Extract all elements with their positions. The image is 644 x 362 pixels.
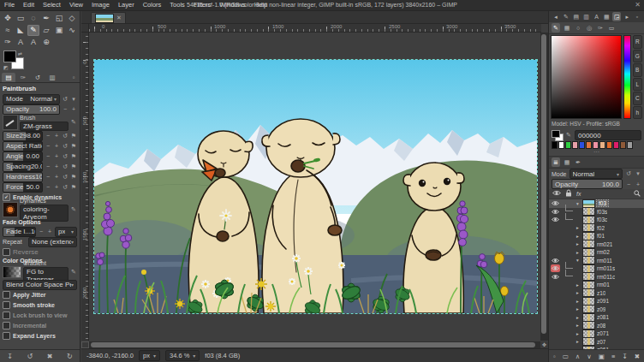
dock-menu-button[interactable]: ▫ bbox=[633, 12, 641, 21]
window-close-icon[interactable]: ✕ bbox=[635, 0, 641, 10]
scrollbar-thumb[interactable] bbox=[91, 342, 535, 347]
color-edit-icon[interactable]: ✎ bbox=[565, 132, 572, 139]
increment-button[interactable]: + bbox=[53, 174, 60, 180]
horizontal-ruler[interactable]: 0500100015002000250030003500 bbox=[89, 24, 541, 33]
expander-icon[interactable]: ▸ bbox=[575, 339, 581, 344]
expander-icon[interactable]: ▸ bbox=[575, 331, 581, 336]
layer-thumbnail[interactable] bbox=[582, 207, 595, 216]
zoom-dropdown[interactable]: 34.6 % ▾ bbox=[165, 350, 200, 361]
tool-clone[interactable]: ▣ bbox=[53, 25, 65, 36]
visibility-toggle[interactable] bbox=[551, 240, 560, 248]
increment-button[interactable]: + bbox=[53, 133, 60, 139]
lock-icon[interactable] bbox=[565, 189, 572, 199]
expander-icon[interactable]: ▾ bbox=[575, 258, 581, 263]
pin-icon[interactable]: ⚑ bbox=[70, 133, 77, 139]
color-tab-rings[interactable]: ◎ bbox=[585, 23, 593, 33]
palette-swatch[interactable] bbox=[565, 141, 571, 149]
layer-thumbnail[interactable] bbox=[582, 223, 595, 232]
layer-thumbnail[interactable] bbox=[582, 321, 595, 329]
layer-thumbnail[interactable] bbox=[582, 297, 595, 306]
layer-mode-dropdown[interactable]: Normal ▾ bbox=[569, 169, 623, 179]
layer-thumbnail[interactable] bbox=[582, 313, 595, 322]
mode-switch-icon[interactable]: ▾ bbox=[70, 96, 77, 103]
increment-button[interactable]: + bbox=[70, 106, 77, 112]
hue-strip[interactable] bbox=[623, 35, 631, 119]
navigation-button[interactable]: ✥ bbox=[540, 341, 548, 348]
canvas-viewport[interactable] bbox=[89, 33, 540, 341]
increment-button[interactable]: + bbox=[53, 163, 60, 169]
tool-crop[interactable]: ◱ bbox=[53, 13, 65, 24]
tab-channels[interactable]: ▦ bbox=[563, 157, 571, 167]
color-tab-ink[interactable]: ✑ bbox=[596, 23, 605, 33]
dynamics-thumbnail[interactable] bbox=[3, 202, 18, 217]
tool-warp[interactable]: ≈ bbox=[2, 25, 14, 36]
visibility-toggle[interactable] bbox=[551, 216, 560, 223]
pin-icon[interactable]: ⚑ bbox=[70, 143, 77, 150]
tool-ink[interactable]: ✑ bbox=[2, 37, 14, 48]
horizontal-scrollbar[interactable] bbox=[89, 341, 540, 348]
palette-swatch[interactable] bbox=[627, 141, 633, 149]
layer-thumbnail[interactable] bbox=[582, 288, 595, 297]
layer-row[interactable]: ▸ f02 bbox=[549, 224, 644, 233]
layer-row[interactable]: ▸ z08 bbox=[549, 322, 644, 330]
visibility-toggle[interactable] bbox=[551, 224, 560, 232]
channel-button[interactable]: h bbox=[633, 106, 642, 120]
layer-row[interactable]: ▸ rm02 bbox=[549, 248, 644, 257]
layer-thumbnail[interactable] bbox=[582, 337, 595, 346]
force-slider[interactable]: Force 50.0 bbox=[3, 182, 43, 193]
menu-item[interactable]: Layer bbox=[114, 0, 139, 10]
brush-edit-icon[interactable]: ✎ bbox=[70, 119, 77, 126]
increment-button[interactable]: + bbox=[635, 181, 641, 187]
palette-swatch[interactable] bbox=[606, 141, 612, 149]
increment-button[interactable]: + bbox=[53, 184, 60, 190]
option-checkbox[interactable]: Smooth stroke bbox=[3, 300, 77, 309]
layer-row[interactable]: ▸ rm021 bbox=[549, 240, 644, 249]
option-checkbox[interactable]: Lock brush to view bbox=[3, 311, 77, 319]
size-slider[interactable]: Size 298.00 bbox=[3, 131, 43, 141]
layer-thumbnail[interactable] bbox=[582, 256, 595, 264]
reset-icon[interactable]: ↺ bbox=[62, 163, 69, 170]
search-icon[interactable] bbox=[634, 190, 641, 199]
tool-text[interactable]: A bbox=[15, 37, 27, 48]
palette-swatch[interactable] bbox=[558, 141, 564, 149]
save-preset-button[interactable]: ↧ bbox=[7, 353, 13, 360]
layer-row[interactable]: f03s bbox=[549, 208, 644, 217]
decrement-button[interactable]: − bbox=[45, 143, 51, 149]
dock-tab-layers[interactable]: ▤ bbox=[572, 12, 581, 21]
vertical-ruler[interactable]: 0500100015002000 bbox=[81, 33, 89, 341]
raise-layer-button[interactable]: ∧ bbox=[575, 353, 581, 360]
palette-swatch[interactable] bbox=[620, 141, 626, 149]
close-icon[interactable]: ✕ bbox=[116, 15, 122, 21]
pin-icon[interactable]: ⚑ bbox=[70, 153, 77, 160]
tool-bucket-fill[interactable]: ◣ bbox=[15, 25, 27, 36]
tool-move[interactable]: ✥ bbox=[2, 13, 14, 24]
layer-opacity-slider[interactable]: Opacity 100.0 bbox=[552, 179, 623, 189]
option-checkbox[interactable]: Incremental bbox=[3, 321, 77, 329]
layer-thumbnail[interactable] bbox=[582, 232, 595, 240]
menu-item[interactable]: View bbox=[65, 0, 87, 10]
gradient-thumbnail[interactable] bbox=[3, 266, 21, 278]
default-colors-icon[interactable]: ◩ bbox=[3, 64, 9, 70]
visibility-toggle[interactable] bbox=[551, 329, 560, 337]
channel-button[interactable]: R bbox=[633, 35, 642, 49]
layer-thumbnail[interactable] bbox=[582, 264, 595, 273]
expander-icon[interactable]: ▸ bbox=[575, 282, 581, 288]
visibility-toggle[interactable] bbox=[551, 248, 560, 256]
foreground-color-swatch[interactable] bbox=[3, 50, 16, 62]
scrollbar-thumb[interactable] bbox=[541, 34, 546, 334]
channel-button[interactable]: C bbox=[633, 92, 642, 105]
dock-tab-brushes[interactable]: ✎ bbox=[562, 12, 570, 21]
spacing-slider[interactable]: Spacing 20.0 bbox=[3, 162, 43, 172]
canvas-image[interactable] bbox=[94, 60, 537, 313]
repeat-dropdown[interactable]: None (extend) ▾ bbox=[28, 237, 77, 247]
reset-icon[interactable]: ↺ bbox=[62, 174, 69, 181]
reset-icon[interactable]: ↺ bbox=[62, 184, 69, 191]
visibility-toggle[interactable] bbox=[551, 313, 560, 321]
tool-transform[interactable]: ◇ bbox=[66, 13, 78, 24]
new-layer-button[interactable]: ▫ bbox=[553, 353, 556, 360]
pin-icon[interactable]: ⚑ bbox=[70, 184, 77, 191]
decrement-button[interactable]: − bbox=[45, 133, 51, 139]
layer-row[interactable]: rm011c bbox=[549, 273, 644, 282]
menu-item[interactable]: Tools bbox=[165, 0, 189, 10]
layer-thumbnail[interactable] bbox=[582, 240, 595, 248]
